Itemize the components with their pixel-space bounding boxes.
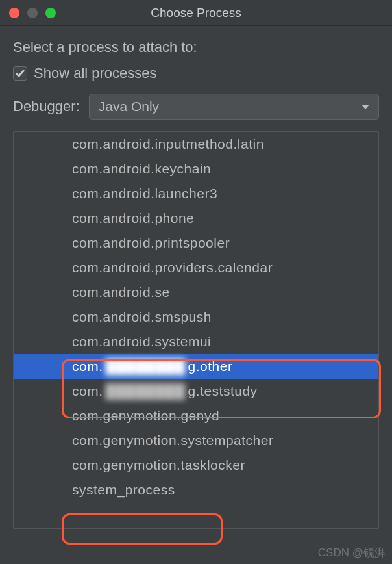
- process-name-prefix: com.: [72, 383, 103, 398]
- minimize-window-button[interactable]: [27, 8, 38, 18]
- window-title: Choose Process: [9, 6, 383, 20]
- maximize-window-button[interactable]: [45, 8, 56, 18]
- traffic-lights: [9, 8, 56, 18]
- titlebar: Choose Process: [0, 0, 392, 26]
- close-window-button[interactable]: [9, 8, 19, 18]
- process-list-item[interactable]: com.android.keychain: [14, 157, 378, 181]
- process-name-suffix: g.other: [188, 359, 233, 374]
- process-list-item[interactable]: com.android.phone: [14, 206, 378, 231]
- redacted-text: ████████: [106, 381, 186, 401]
- process-list-item[interactable]: com.android.providers.calendar: [14, 255, 378, 280]
- dialog-content: Select a process to attach to: Show all …: [0, 26, 392, 535]
- debugger-label: Debugger:: [13, 98, 80, 115]
- process-list-item[interactable]: com.android.smspush: [14, 305, 378, 329]
- process-list-item[interactable]: com.genymotion.tasklocker: [14, 453, 378, 478]
- redacted-text: ████████: [106, 357, 186, 376]
- check-icon: [15, 68, 25, 79]
- process-list-item[interactable]: com.████████g.teststudy: [14, 379, 378, 404]
- process-list-item[interactable]: com.genymotion.genyd: [14, 404, 378, 428]
- process-list[interactable]: com.android.inputmethod.latincom.android…: [13, 131, 379, 529]
- process-name-suffix: g.teststudy: [188, 383, 258, 398]
- show-all-checkbox[interactable]: [13, 66, 27, 81]
- watermark: CSDN @锐湃: [318, 545, 386, 560]
- process-list-item[interactable]: com.████████g.other: [14, 354, 378, 379]
- chevron-down-icon: [361, 105, 369, 109]
- prompt-label: Select a process to attach to:: [13, 39, 379, 56]
- debugger-selected-value: Java Only: [99, 99, 159, 114]
- process-list-item[interactable]: system_process: [14, 478, 378, 502]
- process-list-item[interactable]: com.genymotion.systempatcher: [14, 428, 378, 453]
- debugger-dropdown[interactable]: Java Only: [89, 94, 379, 120]
- process-list-item[interactable]: com.android.printspooler: [14, 231, 378, 255]
- process-list-item[interactable]: com.android.systemui: [14, 329, 378, 354]
- debugger-row: Debugger: Java Only: [13, 94, 379, 120]
- show-all-checkbox-row: Show all processes: [13, 65, 379, 82]
- process-list-item[interactable]: com.android.inputmethod.latin: [14, 132, 378, 157]
- show-all-label: Show all processes: [34, 65, 157, 82]
- process-name-prefix: com.: [72, 359, 103, 374]
- process-list-item[interactable]: com.android.launcher3: [14, 181, 378, 206]
- process-list-item[interactable]: com.android.se: [14, 280, 378, 305]
